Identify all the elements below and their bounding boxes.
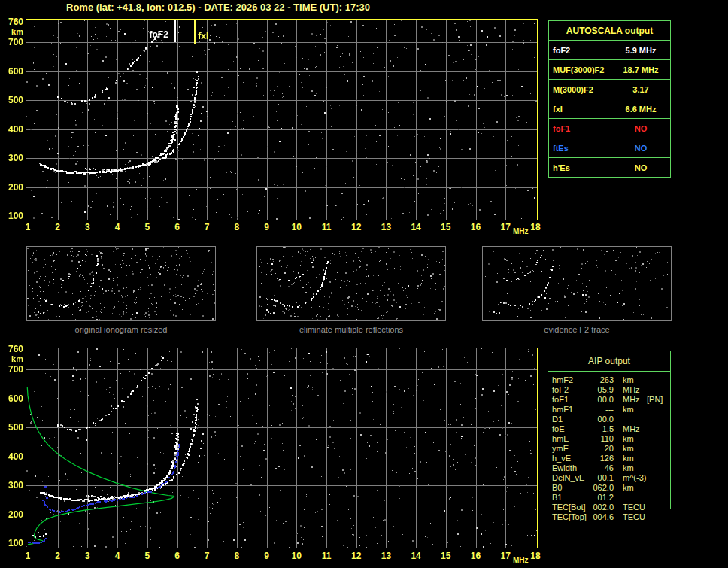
x-tick-label: 5	[138, 223, 157, 232]
aip-table-title: AIP output	[548, 356, 671, 366]
y-tick-label: 500	[0, 423, 23, 433]
panel-evidence-f2	[482, 246, 672, 321]
y-tick-label: 700	[0, 38, 23, 47]
panel-eliminate-canvas	[257, 247, 445, 320]
x-tick-label: 12	[347, 551, 366, 561]
autoscala-row-value: 3.17	[611, 80, 670, 99]
x-tick-label: 9	[257, 223, 277, 232]
x-tick-label: 13	[376, 223, 396, 232]
autoscala-row-M(3000)F2: M(3000)F23.17	[549, 80, 670, 99]
autoscala-table-title: AUTOSCALA output	[549, 21, 670, 41]
aip-row-label: hmE	[552, 434, 569, 444]
autoscala-row-ftEs: ftEsNO	[549, 138, 670, 158]
y-tick-label: 100	[0, 211, 23, 221]
x-tick-label: 5	[138, 551, 157, 561]
aip-row-Ewidth: Ewidth46km	[548, 463, 675, 473]
aip-row-label: hmF2	[552, 375, 573, 385]
aip-row-B1: B101.2	[548, 493, 675, 503]
autoscala-output-table: AUTOSCALA output foF25.9 MHzMUF(3000)F21…	[548, 20, 671, 178]
y-tick-label: 400	[0, 125, 23, 135]
x-tick-label: 17	[496, 223, 515, 232]
aip-row-value: 110	[578, 434, 614, 444]
y-tick-label: 760	[0, 17, 23, 27]
aip-row-value: 062.0	[578, 483, 614, 493]
aip-row-label: foF1	[552, 395, 569, 405]
autoscala-table-rows: foF25.9 MHzMUF(3000)F218.7 MHzM(3000)F23…	[549, 41, 670, 178]
autoscala-row-value: NO	[611, 119, 670, 138]
aip-row-hmE: hmE110km	[548, 434, 675, 444]
aip-row-unit: TECU	[623, 512, 645, 522]
x-tick-label: 14	[406, 223, 426, 232]
aip-row-value: 46	[578, 463, 614, 473]
aip-row-label: foE	[552, 424, 565, 434]
aip-row-value: 20	[578, 444, 614, 454]
aip-row-unit: km	[623, 463, 634, 473]
autoscala-row-label: fxI	[549, 99, 611, 118]
aip-row-value: ---	[578, 405, 614, 415]
fxi-marker-label: fxI	[198, 31, 208, 41]
y-tick-label: 500	[0, 96, 23, 105]
x-tick-label: 2	[48, 223, 68, 232]
autoscala-row-label: MUF(3000)F2	[549, 60, 611, 79]
aip-row-value: 00.0	[578, 395, 614, 405]
aip-row-unit: km	[623, 434, 634, 444]
x-tick-label: 18	[526, 551, 545, 561]
x-tick-label: 1	[18, 551, 38, 561]
x-tick-label: 11	[317, 551, 336, 561]
autoscala-row-foF1: foF1NO	[549, 119, 670, 138]
x-tick-label: 10	[287, 223, 306, 232]
panel-evidence-canvas	[483, 247, 671, 320]
x-tick-label: 14	[406, 551, 426, 561]
x-tick-label: 4	[108, 551, 127, 561]
aip-title-divider	[548, 371, 671, 372]
autoscala-row-value: 18.7 MHz	[611, 60, 670, 79]
x-tick-label: 15	[436, 223, 456, 232]
x-tick-label: 8	[227, 551, 247, 561]
x-tick-label: 4	[108, 223, 127, 232]
panel-original-ionogram	[26, 246, 216, 321]
x-tick-label: 3	[77, 551, 97, 561]
aip-row-foF1: foF100.0MHz[PN]	[548, 395, 675, 405]
aip-row-D1: D100.0	[548, 415, 675, 424]
aip-row-unit: km	[623, 444, 634, 454]
aip-row-hmF1: hmF1---km	[548, 405, 675, 415]
x-tick-label: 7	[197, 551, 217, 561]
autoscala-row-value: NO	[611, 138, 670, 157]
autoscala-app-window: { "title": "Rome (lat: +41.8, lon: 012.5…	[0, 0, 728, 568]
autoscala-row-value: 5.9 MHz	[611, 41, 670, 59]
x-tick-label: 13	[376, 551, 396, 561]
autoscala-row-value: 6.6 MHz	[611, 99, 670, 118]
autoscala-row-label: foF2	[549, 41, 611, 59]
autoscala-row-label: M(3000)F2	[549, 80, 611, 99]
top-ionogram-plot	[26, 19, 538, 220]
aip-row-unit: m^(-3)	[623, 473, 646, 483]
aip-row-value: 01.2	[578, 493, 614, 503]
x-tick-label: 3	[77, 223, 97, 232]
x-tick-label: 17	[496, 551, 515, 561]
aip-row-label: B0	[552, 483, 562, 493]
aip-row-label: Ewidth	[552, 463, 577, 473]
x-tick-label: 6	[168, 551, 187, 561]
aip-row-value: 1.5	[578, 424, 614, 434]
aip-row-value: 05.9	[578, 385, 614, 395]
y-tick-label: 760	[0, 345, 23, 354]
aip-row-DelN_vE: DelN_vE00.1m^(-3)	[548, 473, 675, 483]
x-tick-label: 2	[48, 551, 68, 561]
aip-row-value: 126	[578, 454, 614, 463]
aip-row-foF2: foF205.9MHz	[548, 385, 675, 395]
autoscala-row-fxI: fxI6.6 MHz	[549, 99, 670, 119]
aip-row-unit: km	[623, 483, 634, 493]
x-tick-label: 12	[347, 223, 366, 232]
y-tick-label: 600	[0, 394, 23, 404]
y-tick-label: 300	[0, 481, 23, 491]
y-tick-label: 200	[0, 510, 23, 520]
x-tick-label: 8	[227, 223, 247, 232]
aip-row-TEC[Bot]: TEC[Bot]002.0TECU	[548, 503, 675, 512]
y-tick-label: 200	[0, 183, 23, 193]
x-tick-label: 18	[526, 223, 545, 232]
aip-row-value: 002.0	[578, 503, 614, 512]
y-tick-label: 100	[0, 539, 23, 548]
x-tick-label: 6	[168, 223, 187, 232]
top-y-axis-unit: km	[0, 27, 23, 36]
aip-output-table: AIP output hmF2263kmfoF205.9MHzfoF100.0M…	[548, 351, 675, 528]
